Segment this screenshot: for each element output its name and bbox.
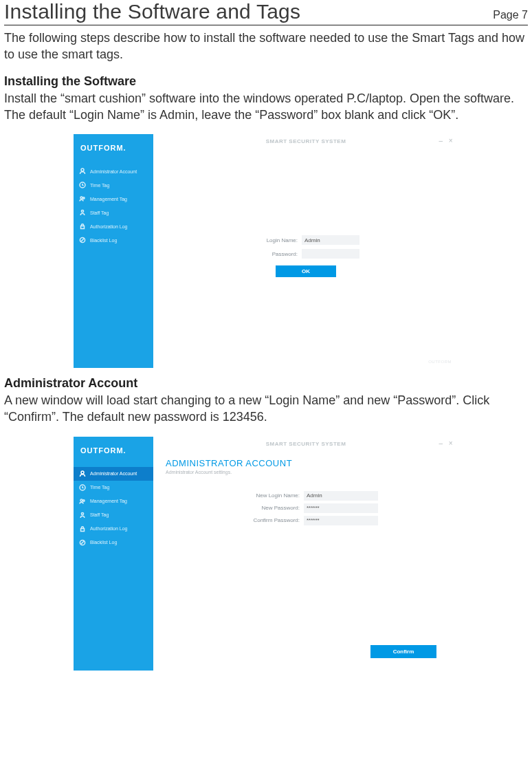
new-password-label: New Password:	[234, 505, 300, 511]
people-icon	[79, 195, 86, 202]
close-icon[interactable]: ×	[449, 439, 453, 447]
svg-point-4	[81, 210, 83, 213]
sidebar-item-label: Blacklist Log	[90, 540, 117, 545]
sidebar-item-label: Staff Tag	[90, 210, 109, 215]
sidebar-item-staff-tag[interactable]: Staff Tag	[74, 508, 153, 522]
sidebar-item-time-tag[interactable]: Time Tag	[74, 178, 153, 192]
sidebar-item-management-tag[interactable]: Management Tag	[74, 192, 153, 206]
sidebar-item-label: Management Tag	[90, 499, 127, 503]
sidebar-item-label: Staff Tag	[90, 512, 109, 517]
section-body-admin: A new window will load start changing to…	[4, 392, 528, 426]
section-body-install: Install the “smart cushion” software int…	[4, 90, 528, 124]
brand-logo: OUTFORM.	[74, 134, 153, 164]
new-login-input[interactable]	[304, 491, 378, 501]
close-icon[interactable]: ×	[449, 137, 453, 144]
password-label: Password:	[252, 251, 298, 257]
admin-main: SMART SECURITY SYSTEM – × ADMINISTRATOR …	[153, 437, 458, 671]
sidebar-item-time-tag[interactable]: Time Tag	[74, 481, 153, 494]
minimize-icon[interactable]: –	[439, 439, 443, 447]
sidebar-item-label: Blacklist Log	[90, 238, 117, 243]
sidebar-item-blacklist-log[interactable]: Blacklist Log	[74, 233, 153, 247]
sidebar-item-auth-log[interactable]: Authorization Log	[74, 219, 153, 233]
svg-point-9	[80, 499, 82, 501]
lock-icon	[79, 223, 86, 230]
sidebar-item-management-tag[interactable]: Management Tag	[74, 494, 153, 508]
sidebar-item-label: Time Tag	[90, 485, 109, 490]
login-name-label: Login Name:	[252, 237, 298, 243]
confirm-button[interactable]: Confirm	[370, 645, 436, 658]
ban-icon	[79, 539, 86, 546]
sidebar-item-label: Management Tag	[90, 197, 127, 202]
staff-icon	[79, 512, 86, 519]
password-input[interactable]	[302, 249, 359, 259]
section-heading-install: Installing the Software	[4, 74, 528, 89]
sidebar-item-admin-account[interactable]: Administrator Account	[74, 164, 153, 178]
sidebar-item-label: Time Tag	[90, 183, 109, 188]
sidebar-item-admin-account[interactable]: Administrator Account	[74, 467, 153, 481]
window-title: SMART SECURITY SYSTEM – ×	[153, 437, 458, 447]
login-name-input[interactable]	[302, 235, 359, 245]
page-number: Page 7	[493, 9, 528, 21]
new-login-label: New Login Name:	[234, 492, 300, 499]
intro-text: The following steps describe how to inst…	[4, 30, 528, 63]
admin-subtitle: Administrator Account settings.	[166, 470, 446, 475]
sidebar-item-label: Administrator Account	[90, 471, 137, 476]
svg-point-2	[80, 197, 82, 199]
footer-brand: OUTFORM	[428, 360, 452, 364]
brand-logo: OUTFORM.	[74, 437, 153, 467]
svg-point-0	[81, 168, 84, 171]
svg-point-10	[83, 500, 85, 501]
login-main: SMART SECURITY SYSTEM – × Login Name: Pa…	[153, 134, 458, 368]
staff-icon	[79, 209, 86, 216]
minimize-icon[interactable]: –	[439, 137, 443, 144]
lock-icon	[79, 525, 86, 532]
window-title: SMART SECURITY SYSTEM – ×	[153, 134, 458, 144]
sidebar-item-staff-tag[interactable]: Staff Tag	[74, 206, 153, 219]
sidebar-item-auth-log[interactable]: Authorization Log	[74, 522, 153, 536]
sidebar-item-blacklist-log[interactable]: Blacklist Log	[74, 536, 153, 549]
sidebar: OUTFORM. Administrator Account Time Tag …	[74, 437, 153, 671]
screenshot-login: OUTFORM. Administrator Account Time Tag …	[74, 134, 458, 368]
svg-point-3	[83, 197, 85, 199]
clock-icon	[79, 484, 86, 491]
svg-point-11	[81, 512, 83, 514]
confirm-password-input[interactable]	[304, 516, 378, 525]
ok-button[interactable]: OK	[276, 265, 336, 277]
page-title: Installing the Software and Tags	[4, 0, 300, 23]
sidebar-item-label: Administrator Account	[90, 169, 137, 174]
sidebar-item-label: Authorization Log	[90, 224, 127, 229]
confirm-password-label: Confirm Password:	[234, 517, 300, 523]
person-icon	[79, 168, 86, 175]
sidebar: OUTFORM. Administrator Account Time Tag …	[74, 134, 153, 368]
sidebar-item-label: Authorization Log	[90, 526, 127, 531]
login-form: Login Name: Password: OK	[153, 144, 458, 368]
person-icon	[79, 470, 86, 477]
ban-icon	[79, 237, 86, 243]
admin-form: ADMINISTRATOR ACCOUNT Administrator Acco…	[153, 447, 458, 671]
people-icon	[79, 498, 86, 505]
clock-icon	[79, 182, 86, 188]
svg-rect-12	[81, 528, 85, 531]
svg-rect-5	[81, 226, 85, 229]
admin-title: ADMINISTRATOR ACCOUNT	[166, 458, 446, 468]
screenshot-admin: OUTFORM. Administrator Account Time Tag …	[74, 437, 458, 671]
new-password-input[interactable]	[304, 503, 378, 513]
section-heading-admin: Administrator Account	[4, 376, 528, 391]
svg-point-7	[81, 471, 84, 474]
